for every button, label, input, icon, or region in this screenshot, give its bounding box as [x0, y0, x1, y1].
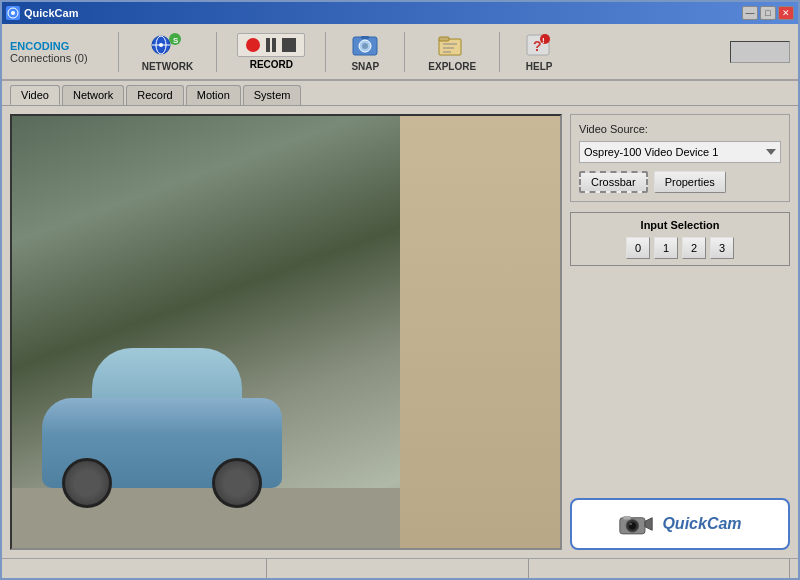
status-section-1 [10, 559, 267, 578]
record-button[interactable] [246, 38, 260, 52]
encoding-label: ENCODING [10, 40, 88, 52]
video-source-select[interactable]: Osprey-100 Video Device 1 [579, 141, 781, 163]
wall [400, 116, 560, 548]
status-box [730, 41, 790, 63]
toolbar-separator-1 [118, 32, 119, 72]
toolbar-separator-5 [499, 32, 500, 72]
connections-label: Connections (0) [10, 52, 88, 64]
network-label: NETWORK [142, 61, 194, 72]
car-wheel-left [62, 458, 112, 508]
minimize-button[interactable]: — [742, 6, 758, 20]
toolbar-separator-3 [325, 32, 326, 72]
help-icon: ? ! [523, 31, 555, 59]
video-source-label: Video Source: [579, 123, 781, 135]
window-title: QuickCam [24, 7, 78, 19]
title-bar-left: QuickCam [6, 6, 78, 20]
tab-record[interactable]: Record [126, 85, 183, 105]
tab-motion[interactable]: Motion [186, 85, 241, 105]
tab-system[interactable]: System [243, 85, 302, 105]
maximize-button[interactable]: □ [760, 6, 776, 20]
explore-button[interactable]: EXPLORE [425, 28, 479, 75]
app-icon [6, 6, 20, 20]
snap-button[interactable]: SNAP [346, 28, 384, 75]
camera-icon [618, 510, 654, 538]
tabs-bar: Video Network Record Motion System [2, 81, 798, 106]
record-group: RECORD [237, 33, 305, 70]
status-section-3 [533, 559, 790, 578]
status-bar [2, 558, 798, 578]
tab-network[interactable]: Network [62, 85, 124, 105]
input-btn-3[interactable]: 3 [710, 237, 734, 259]
explore-label: EXPLORE [428, 61, 476, 72]
input-selection-box: Input Selection 0 1 2 3 [570, 212, 790, 266]
crossbar-button[interactable]: Crossbar [579, 171, 648, 193]
stop-button[interactable] [282, 38, 296, 52]
network-icon: S [151, 31, 183, 59]
status-section-2 [271, 559, 528, 578]
tab-video[interactable]: Video [10, 85, 60, 105]
brand-text: QuickCam [662, 515, 741, 533]
svg-rect-11 [361, 36, 369, 39]
main-window: QuickCam — □ ✕ ENCODING Connections (0) [0, 0, 800, 580]
snap-icon [349, 31, 381, 59]
svg-point-10 [362, 43, 368, 49]
svg-text:S: S [173, 36, 179, 45]
toolbar-separator-2 [216, 32, 217, 72]
help-button[interactable]: ? ! HELP [520, 28, 558, 75]
svg-text:!: ! [542, 36, 545, 45]
source-buttons: Crossbar Properties [579, 171, 781, 193]
video-source-box: Video Source: Osprey-100 Video Device 1 … [570, 114, 790, 202]
input-buttons: 0 1 2 3 [577, 237, 783, 259]
help-label: HELP [526, 61, 553, 72]
record-controls [237, 33, 305, 57]
network-button[interactable]: S NETWORK [139, 28, 197, 75]
main-content: Video Source: Osprey-100 Video Device 1 … [2, 106, 798, 558]
svg-point-24 [630, 523, 633, 526]
video-panel [10, 114, 562, 550]
snap-label: SNAP [351, 61, 379, 72]
encoding-section: ENCODING Connections (0) [10, 40, 88, 64]
record-label: RECORD [250, 59, 293, 70]
car-wheel-right [212, 458, 262, 508]
title-bar: QuickCam — □ ✕ [2, 2, 798, 24]
svg-marker-25 [645, 518, 652, 531]
svg-point-5 [159, 43, 163, 47]
svg-rect-13 [439, 37, 449, 41]
properties-button[interactable]: Properties [654, 171, 726, 193]
title-bar-buttons: — □ ✕ [742, 6, 794, 20]
svg-point-1 [11, 11, 15, 15]
input-btn-1[interactable]: 1 [654, 237, 678, 259]
pause-button[interactable] [266, 38, 276, 52]
video-feed [12, 116, 560, 548]
quickcam-brand: QuickCam [570, 498, 790, 550]
explore-icon [436, 31, 468, 59]
toolbar: ENCODING Connections (0) S NETWORK [2, 24, 798, 81]
input-selection-title: Input Selection [577, 219, 783, 231]
right-panel: Video Source: Osprey-100 Video Device 1 … [570, 114, 790, 550]
close-button[interactable]: ✕ [778, 6, 794, 20]
svg-rect-26 [624, 516, 631, 520]
input-btn-2[interactable]: 2 [682, 237, 706, 259]
input-btn-0[interactable]: 0 [626, 237, 650, 259]
toolbar-separator-4 [404, 32, 405, 72]
